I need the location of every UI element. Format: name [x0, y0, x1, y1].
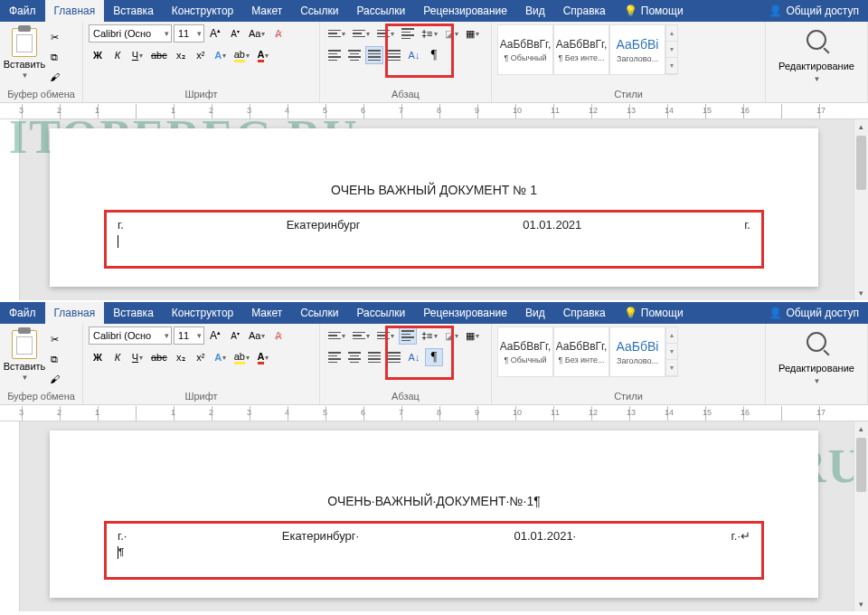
tab-insert[interactable]: Вставка	[104, 302, 163, 324]
tab-layout[interactable]: Макет	[242, 302, 291, 324]
page[interactable]: ОЧЕНЬ ВАЖНЫЙ ДОКУМЕНТ № 1 г. Екатеринбур…	[50, 128, 818, 287]
tab-home[interactable]: Главная	[45, 0, 105, 22]
tab-view[interactable]: Вид	[516, 0, 554, 22]
editing-label[interactable]: Редактирование	[778, 61, 854, 71]
highlight-button[interactable]: ab▾	[231, 46, 252, 64]
borders-button[interactable]: ▦▾	[463, 326, 482, 345]
copy-button[interactable]: ⧉	[45, 350, 63, 368]
align-justify-button[interactable]	[365, 46, 383, 64]
tab-home[interactable]: Главная	[45, 302, 105, 324]
change-case-button[interactable]: Aa▾	[246, 24, 268, 43]
style-normal[interactable]: АаБбВвГг,¶ Обычный	[497, 326, 553, 377]
numbering-button[interactable]: ▾	[350, 24, 373, 43]
shading-button[interactable]: ◪▾	[442, 326, 461, 345]
italic-button[interactable]: К	[108, 46, 127, 64]
grow-font-button[interactable]: A▴	[206, 24, 224, 43]
tab-file[interactable]: Файл	[0, 0, 45, 22]
text-effects-button[interactable]: A▾	[212, 46, 230, 64]
align-left-button[interactable]	[399, 326, 417, 345]
tab-design[interactable]: Конструктор	[163, 0, 242, 22]
line-spacing-button[interactable]: ‡≡▾	[419, 326, 440, 345]
cut-button[interactable]: ✂	[45, 330, 63, 348]
scroll-up[interactable]: ▴	[854, 119, 868, 134]
tab-mailings[interactable]: Рассылки	[347, 302, 414, 324]
clear-formatting-button[interactable]: A̷	[269, 24, 288, 43]
scroll-up[interactable]: ▴	[854, 421, 868, 436]
shrink-font-button[interactable]: A▾	[226, 326, 244, 345]
tab-design[interactable]: Конструктор	[163, 302, 242, 324]
grow-font-button[interactable]: A▴	[206, 326, 224, 345]
text-effects-button[interactable]: A▾	[212, 348, 230, 366]
find-button[interactable]	[807, 30, 826, 50]
share-button[interactable]: 👤Общий доступ	[760, 302, 868, 324]
strike-button[interactable]: abc	[148, 348, 170, 366]
distributed-button[interactable]	[385, 46, 403, 64]
tab-help[interactable]: Справка	[554, 0, 615, 22]
share-button[interactable]: 👤Общий доступ	[760, 0, 868, 22]
vertical-scrollbar[interactable]: ▴ ▾	[854, 421, 868, 611]
line-spacing-button[interactable]: ‡≡▾	[419, 24, 440, 43]
tab-tellme[interactable]: 💡Помощи	[615, 0, 693, 22]
tab-help[interactable]: Справка	[554, 302, 615, 324]
tab-file[interactable]: Файл	[0, 302, 45, 324]
tab-references[interactable]: Ссылки	[291, 0, 347, 22]
font-name-select[interactable]: Calibri (Осно	[89, 24, 172, 43]
tab-review[interactable]: Рецензирование	[414, 0, 516, 22]
bold-button[interactable]: Ж	[89, 46, 107, 64]
scroll-thumb[interactable]	[856, 438, 866, 492]
style-heading1[interactable]: АаБбВіЗаголово...	[609, 326, 665, 377]
shading-button[interactable]: ◪▾	[442, 24, 461, 43]
sort-button[interactable]: A↓	[405, 46, 423, 64]
show-marks-button[interactable]: ¶	[425, 46, 443, 64]
scroll-down[interactable]: ▾	[854, 597, 868, 611]
numbering-button[interactable]: ▾	[350, 326, 373, 345]
subscript-button[interactable]: x₂	[172, 46, 190, 64]
align-center-button[interactable]	[345, 46, 363, 64]
font-color-button[interactable]: A▾	[254, 348, 272, 366]
paste-button[interactable]: Вставить ▼	[5, 326, 43, 386]
scroll-thumb[interactable]	[856, 136, 866, 190]
underline-button[interactable]: Ч▾	[128, 348, 146, 366]
styles-more[interactable]: ▴▾▾	[665, 326, 678, 377]
subscript-button[interactable]: x₂	[172, 348, 190, 366]
strike-button[interactable]: abc	[148, 46, 170, 64]
bullets-button[interactable]: ▾	[326, 326, 348, 345]
shrink-font-button[interactable]: A▾	[226, 24, 244, 43]
sort-button[interactable]: A↓	[405, 348, 423, 366]
font-color-button[interactable]: A▾	[254, 46, 272, 64]
bold-button[interactable]: Ж	[89, 348, 107, 366]
editing-label[interactable]: Редактирование	[778, 363, 854, 374]
find-button[interactable]	[807, 332, 826, 352]
paste-button[interactable]: Вставить ▼	[5, 24, 43, 84]
align-center-button[interactable]	[345, 348, 363, 366]
tab-mailings[interactable]: Рассылки	[347, 0, 414, 22]
superscript-button[interactable]: x²	[192, 46, 210, 64]
borders-button[interactable]: ▦▾	[463, 24, 482, 43]
vertical-ruler[interactable]	[0, 119, 20, 300]
show-marks-button[interactable]: ¶	[425, 348, 443, 366]
superscript-button[interactable]: x²	[192, 348, 210, 366]
align-left-button[interactable]	[399, 24, 417, 43]
page[interactable]: ОЧЕНЬ·ВАЖНЫЙ·ДОКУМЕНТ·№·1¶ г.· Екатеринб…	[50, 430, 818, 598]
tab-layout[interactable]: Макет	[242, 0, 291, 22]
distributed-button[interactable]	[385, 348, 403, 366]
copy-button[interactable]: ⧉	[45, 48, 63, 66]
align-left-button-2[interactable]	[326, 348, 344, 366]
multilevel-button[interactable]: ▾	[374, 24, 397, 43]
horizontal-ruler[interactable]: 3211234567891011121314151617	[0, 405, 868, 421]
style-nospacing[interactable]: АаБбВвГг,¶ Без инте...	[553, 24, 609, 75]
font-size-select[interactable]: 11	[174, 24, 204, 43]
format-painter-button[interactable]: 🖌	[45, 68, 63, 86]
tab-review[interactable]: Рецензирование	[414, 302, 516, 324]
vertical-ruler[interactable]	[0, 421, 20, 611]
tab-insert[interactable]: Вставка	[104, 0, 163, 22]
italic-button[interactable]: К	[108, 348, 127, 366]
style-nospacing[interactable]: АаБбВвГг,¶ Без инте...	[553, 326, 609, 377]
horizontal-ruler[interactable]: 3211234567891011121314151617	[0, 103, 868, 119]
underline-button[interactable]: Ч▾	[128, 46, 146, 64]
styles-more[interactable]: ▴▾▾	[665, 24, 678, 75]
change-case-button[interactable]: Aa▾	[246, 326, 268, 345]
align-justify-button[interactable]	[365, 348, 383, 366]
style-heading1[interactable]: АаБбВіЗаголово...	[609, 24, 665, 75]
tab-view[interactable]: Вид	[516, 302, 554, 324]
